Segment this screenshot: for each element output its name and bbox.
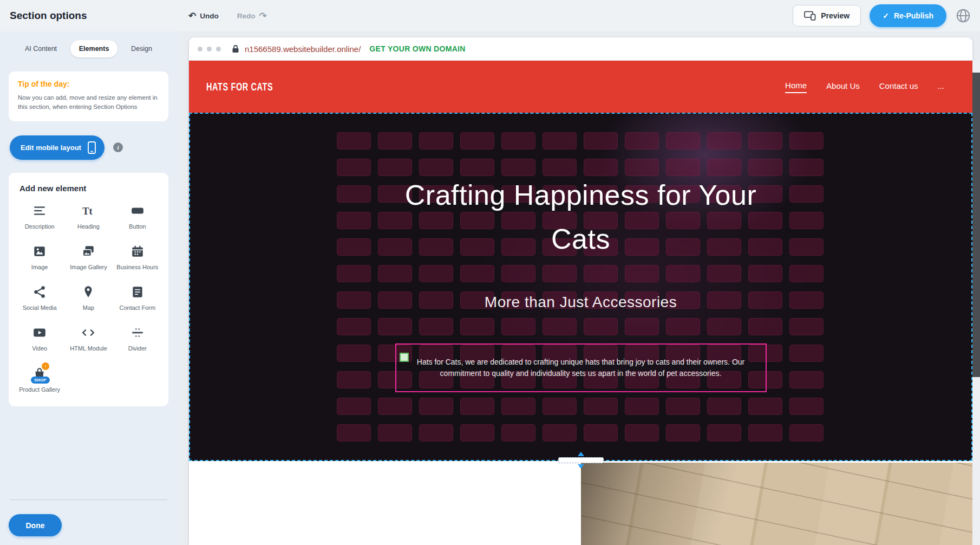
hero-tile [419,424,453,442]
website-builder-app: Section options ↶ Undo Redo ↷ Preview [0,0,980,545]
hero-tile [501,398,535,415]
hero-tile [378,424,412,442]
product-gallery-icon: SHOP ↑ [16,367,63,382]
hero-tile [666,265,700,282]
hero-section-selected[interactable]: Crafting Happiness for Your Cats More th… [189,113,972,461]
map-icon [64,285,112,300]
hero-tile [707,424,741,442]
hero-tile [501,265,535,282]
element-business-hours[interactable]: Business Hours [114,244,161,271]
hero-tile [419,318,453,335]
hero-tile [543,318,577,335]
tip-of-the-day-card: Tip of the day: Now you can add, move an… [9,72,168,121]
element-map[interactable]: Map [64,285,112,312]
hero-tile [625,424,659,442]
site-logo[interactable]: HATS FOR CATS [206,81,273,93]
element-drag-handle[interactable] [400,353,409,362]
redo-label: Redo [237,12,256,20]
devices-icon [804,11,816,21]
window-dots [198,47,221,51]
edit-mobile-layout-button[interactable]: Edit mobile layout [10,135,104,160]
get-your-own-domain-link[interactable]: GET YOUR OWN DOMAIN [369,44,465,53]
info-icon[interactable]: i [113,142,123,152]
hero-tile [584,265,618,282]
undo-button[interactable]: ↶ Undo [188,10,219,22]
element-image[interactable]: Image [16,244,63,271]
browser-chrome-bar: n1566589.websitebuilder.online/ GET YOUR… [189,37,972,61]
globe-icon [955,8,971,24]
nav-home[interactable]: Home [785,81,807,93]
next-section[interactable] [189,461,972,545]
redo-icon: ↷ [259,10,267,22]
done-button[interactable]: Done [9,514,62,536]
hero-tile [789,212,824,229]
hero-tile [789,159,824,176]
hero-tile [501,318,535,335]
republish-label: Re-Publish [894,11,933,20]
hero-tile [789,185,824,203]
element-image-gallery[interactable]: Image Gallery [64,244,112,271]
section-options-panel: AI Content Elements Design Tip of the da… [0,31,177,545]
hero-tile [789,398,824,415]
scrollbar-thumb[interactable] [972,73,980,377]
check-icon: ✓ [883,11,889,20]
undo-label: Undo [200,12,219,20]
tab-design[interactable]: Design [122,40,161,57]
hero-tile [584,132,618,150]
nav-more[interactable]: ... [937,81,944,93]
hero-heading[interactable]: Crafting Happiness for Your Cats [397,173,765,261]
site-header[interactable]: HATS FOR CATS Home About Us Contact us .… [189,61,972,113]
history-controls: ↶ Undo Redo ↷ [188,10,267,22]
element-description[interactable]: Description [16,204,63,230]
phone-icon [88,141,96,154]
contact-form-icon [114,285,161,300]
hero-tile [378,398,412,415]
element-product-gallery[interactable]: SHOP ↑ Product Gallery [16,367,63,393]
tab-elements[interactable]: Elements [70,40,118,57]
preview-scrollbar[interactable] [972,61,980,545]
hero-tile [584,424,618,442]
hero-tile [337,318,371,335]
preview-button[interactable]: Preview [793,5,861,27]
hero-subheading[interactable]: More than Just Accessories [190,294,971,311]
hero-tile [666,318,700,335]
republish-button[interactable]: ✓ Re-Publish [870,4,946,27]
edit-mobile-row: Edit mobile layout i [9,135,168,160]
hero-tile [584,318,618,335]
tab-ai-content[interactable]: AI Content [16,40,66,57]
element-divider[interactable]: Divider [114,326,161,352]
hero-paragraph-selected[interactable]: Hats for Cats, we are dedicated to craft… [395,343,767,392]
preview-label: Preview [821,11,850,20]
hero-tile [501,132,535,150]
hero-tile [337,212,371,229]
element-heading[interactable]: Tt Heading [64,204,112,230]
hero-tile [460,132,494,150]
section-resize-handle[interactable] [558,452,604,469]
image-gallery-icon [64,244,112,259]
undo-icon: ↶ [188,10,196,22]
element-social-media[interactable]: Social Media [16,285,63,312]
element-contact-form[interactable]: Contact Form [114,285,161,312]
hero-tile [337,371,371,388]
element-video[interactable]: Video [16,326,63,352]
resize-dotted-handle [558,457,604,463]
redo-button[interactable]: Redo ↷ [237,10,267,22]
nav-about-us[interactable]: About Us [826,81,860,93]
hero-tile [419,265,453,282]
hero-tile [419,398,453,415]
hero-tile [748,398,782,415]
language-globe-button[interactable] [955,8,971,24]
hero-tile [543,265,577,282]
hero-tile [789,318,824,335]
element-html-module[interactable]: HTML Module [64,326,112,352]
html-module-icon [64,326,112,341]
element-button[interactable]: Button [114,204,161,230]
hero-tile [789,132,824,150]
hero-tile [337,132,371,150]
hero-tile [460,318,494,335]
nav-contact-us[interactable]: Contact us [879,81,918,93]
sidebar-divider [10,499,167,500]
hero-tile [707,132,741,150]
lock-icon [232,44,239,53]
hero-tile [748,318,782,335]
